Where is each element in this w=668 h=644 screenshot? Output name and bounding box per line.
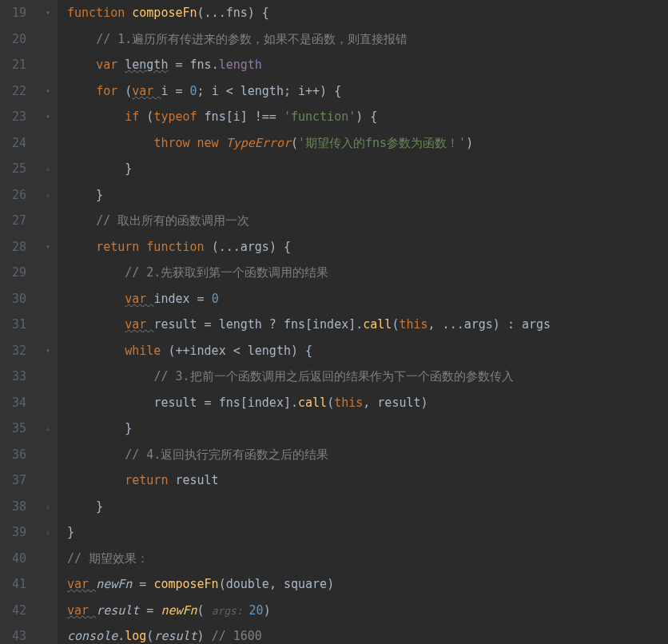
line-number: 26 (0, 182, 26, 209)
code-line[interactable]: } (67, 415, 668, 442)
code-line[interactable]: // 取出所有的函数调用一次 (67, 208, 668, 234)
code-token: new (197, 136, 226, 150)
code-token: result (153, 317, 197, 332)
code-token (67, 32, 96, 46)
code-token: // 4.返回执行完所有函数之后的结果 (125, 447, 328, 462)
code-token: // 1.遍历所有传进来的参数，如果不是函数，则直接报错 (96, 32, 408, 46)
code-area[interactable]: function composeFn(...fns) { // 1.遍历所有传进… (58, 0, 668, 644)
code-token: (... (197, 6, 226, 20)
code-token: < (226, 344, 248, 358)
code-line[interactable]: // 4.返回执行完所有函数之后的结果 (67, 442, 668, 468)
code-line[interactable]: var index = 0 (67, 286, 668, 312)
fold-open-icon[interactable]: ▾ (38, 0, 58, 26)
code-line[interactable]: var newFn = composeFn(double, square) (67, 571, 668, 598)
code-token: , (363, 396, 377, 410)
code-token: , (269, 577, 284, 591)
fold-open-icon[interactable]: ▾ (38, 104, 58, 130)
code-token: throw (153, 136, 197, 150)
code-token: 20 (249, 603, 264, 618)
code-line[interactable]: // 1.遍历所有传进来的参数，如果不是函数，则直接报错 (67, 26, 668, 53)
code-line[interactable]: return result (67, 467, 668, 494)
line-number: 23 (0, 104, 26, 130)
code-token: ) { (248, 6, 269, 20)
line-number: 19 (0, 0, 26, 26)
fold-open-icon[interactable]: ▾ (38, 234, 58, 260)
fold-empty (38, 442, 58, 468)
code-token: fns (205, 109, 226, 124)
code-token: function (146, 240, 211, 254)
code-token: 0 (212, 292, 219, 306)
code-line[interactable]: return function (...args) { (67, 234, 668, 260)
code-line[interactable]: while (++index < length) { (67, 338, 668, 364)
line-number: 33 (0, 364, 26, 390)
code-token: result (153, 396, 197, 410)
fold-open-icon[interactable]: ▾ (38, 78, 58, 105)
code-token: = (139, 603, 161, 618)
code-token: result (153, 629, 197, 643)
code-token: ; (284, 84, 298, 98)
fold-close-icon[interactable]: ▵ (38, 494, 58, 520)
line-number: 24 (0, 130, 26, 157)
code-token: } (67, 525, 74, 539)
code-token: i (212, 84, 219, 98)
code-token: [ (226, 109, 233, 124)
code-token: (... (212, 240, 241, 254)
code-line[interactable]: // 期望效果： (67, 546, 668, 572)
code-line[interactable]: } (67, 182, 668, 209)
code-line[interactable]: throw new TypeError('期望传入的fns参数为函数！') (67, 130, 668, 157)
code-line[interactable]: } (67, 494, 668, 520)
code-token: [ (241, 396, 248, 410)
code-editor[interactable]: 1920212223242526272829303132333435363738… (0, 0, 668, 644)
code-token: = (168, 58, 189, 72)
code-token: = (197, 317, 219, 332)
code-token: ( (125, 84, 132, 98)
code-token: ; (197, 84, 212, 98)
line-number: 21 (0, 52, 26, 78)
code-line[interactable]: result = fns[index].call(this, result) (67, 390, 668, 416)
fold-close-icon[interactable]: ▵ (38, 156, 58, 182)
code-token: newFn (96, 577, 132, 591)
code-token: result (377, 396, 420, 410)
code-line[interactable]: } (67, 156, 668, 182)
code-token: index (190, 344, 226, 358)
code-token: ]. (284, 396, 298, 410)
code-token: this (334, 396, 363, 410)
code-token: // 3.把前一个函数调用之后返回的结果作为下一个函数的参数传入 (153, 369, 513, 384)
fold-close-icon[interactable]: ▵ (38, 519, 58, 546)
code-line[interactable]: // 2.先获取到第一个函数调用的结果 (67, 260, 668, 286)
code-token: square (284, 577, 327, 591)
fold-empty (38, 208, 58, 234)
code-line[interactable]: function composeFn(...fns) { (67, 0, 668, 26)
code-line[interactable]: console.log(result) // 1600 (67, 623, 668, 644)
code-token (67, 473, 125, 487)
code-token (67, 136, 153, 150)
code-token: index (248, 396, 284, 410)
fold-close-icon[interactable]: ▵ (38, 182, 58, 209)
code-line[interactable]: if (typeof fns[i] !== 'function') { (67, 104, 668, 130)
code-token: 0 (190, 84, 197, 98)
code-line[interactable]: var result = newFn( args: 20) (67, 598, 668, 624)
fold-empty (38, 467, 58, 494)
fold-open-icon[interactable]: ▾ (38, 338, 58, 364)
code-token: fns (226, 6, 248, 20)
code-token: . (117, 629, 125, 643)
code-token: var (125, 292, 153, 306)
code-line[interactable]: var result = length ? fns[index].call(th… (67, 312, 668, 338)
code-line[interactable]: for (var i = 0; i < length; i++) { (67, 78, 668, 105)
fold-close-icon[interactable]: ▵ (38, 415, 58, 442)
code-token: ) (327, 577, 334, 591)
line-number: 29 (0, 260, 26, 286)
code-token: '期望传入的fns参数为函数！' (298, 136, 466, 150)
code-line[interactable]: var length = fns.length (67, 52, 668, 78)
fold-empty (38, 546, 58, 572)
fold-column[interactable]: ▾▾▾▵▵▾▾▵▵▵ (38, 0, 58, 644)
fold-empty (38, 130, 58, 157)
code-token: args (464, 317, 493, 332)
fold-empty (38, 312, 58, 338)
code-token: } (67, 161, 132, 176)
code-line[interactable]: } (67, 519, 668, 546)
code-line[interactable]: // 3.把前一个函数调用之后返回的结果作为下一个函数的参数传入 (67, 364, 668, 390)
code-token: length (125, 58, 168, 72)
code-token: var (132, 84, 161, 98)
code-token: ) { (291, 344, 312, 358)
